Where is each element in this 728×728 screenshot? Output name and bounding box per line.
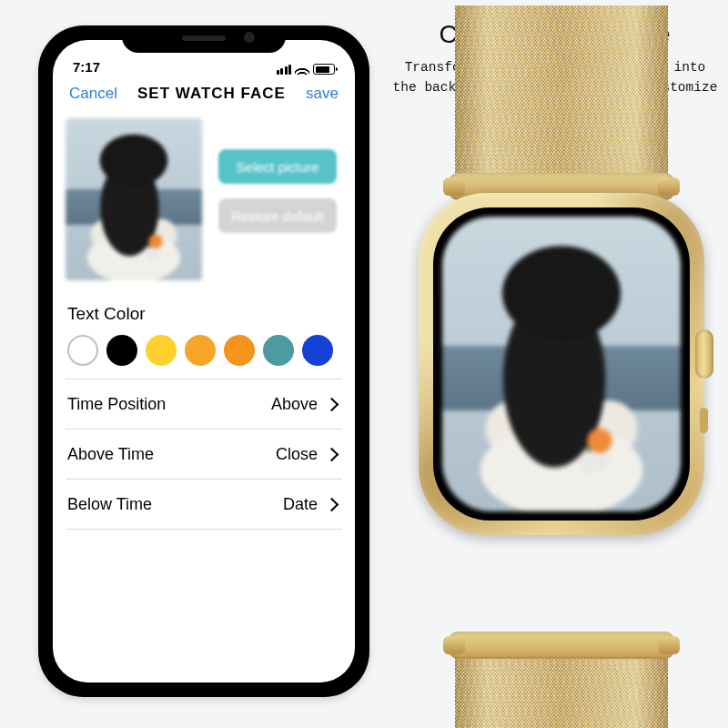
cancel-button[interactable]: Cancel — [69, 85, 117, 103]
setting-label: Above Time — [67, 445, 154, 464]
cellular-icon — [277, 65, 292, 75]
setting-value: Date — [283, 495, 318, 514]
setting-label: Below Time — [67, 495, 152, 514]
front-camera — [244, 32, 255, 43]
chevron-right-icon — [325, 397, 339, 411]
text-color-heading: Text Color — [67, 304, 340, 324]
watchface-preview[interactable] — [66, 118, 202, 280]
page-title: SET WATCH FACE — [137, 85, 286, 103]
color-swatch-amber[interactable] — [224, 335, 255, 366]
select-picture-button[interactable]: Select picture — [218, 149, 337, 184]
setting-row-time-position[interactable]: Time PositionAbove — [66, 379, 342, 429]
chevron-right-icon — [325, 447, 339, 461]
status-time: 7:17 — [73, 59, 100, 75]
restore-default-button[interactable]: Restore default — [218, 198, 337, 233]
watch-band-top — [455, 5, 668, 186]
chevron-right-icon — [325, 497, 339, 511]
color-swatch-white[interactable] — [67, 335, 98, 366]
nav-bar: Cancel SET WATCH FACE save — [53, 75, 355, 113]
setting-value: Close — [276, 445, 318, 464]
watch-lug-bottom — [449, 632, 674, 659]
color-swatch-teal[interactable] — [263, 335, 294, 366]
divider — [66, 529, 342, 530]
wifi-icon — [295, 64, 309, 75]
phone-frame: 7:17 Cancel SET WATCH FACE save Select p… — [38, 25, 369, 697]
watch-display — [442, 217, 681, 511]
battery-icon — [313, 64, 335, 75]
color-swatch-blue[interactable] — [302, 335, 333, 366]
select-picture-label: Select picture — [237, 159, 319, 175]
setting-row-above-time[interactable]: Above TimeClose — [66, 430, 342, 479]
watch-device — [411, 115, 712, 715]
phone-screen: 7:17 Cancel SET WATCH FACE save Select p… — [53, 40, 355, 682]
setting-value: Above — [271, 395, 318, 414]
setting-label: Time Position — [67, 395, 166, 414]
text-color-swatches — [66, 335, 342, 379]
restore-default-label: Restore default — [231, 208, 324, 224]
watch-crown — [695, 329, 713, 379]
save-button[interactable]: save — [306, 85, 339, 103]
color-swatch-yellow[interactable] — [146, 335, 177, 366]
speaker-slot — [182, 35, 226, 41]
color-swatch-black[interactable] — [106, 335, 137, 366]
watch-bezel — [433, 207, 690, 521]
watch-mic — [700, 408, 708, 433]
color-swatch-orange[interactable] — [185, 335, 216, 366]
setting-row-below-time[interactable]: Below TimeDate — [66, 480, 342, 529]
watch-case — [419, 193, 704, 535]
phone-notch — [122, 25, 286, 53]
